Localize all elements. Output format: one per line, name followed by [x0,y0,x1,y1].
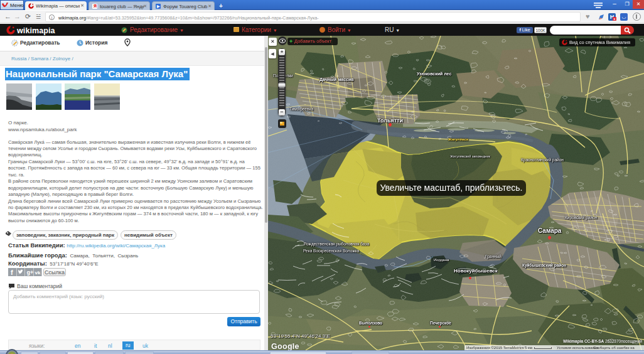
svg-text:g+: g+ [27,269,34,276]
svg-text:f: f [11,269,13,276]
svg-text:vk: vk [35,270,41,276]
